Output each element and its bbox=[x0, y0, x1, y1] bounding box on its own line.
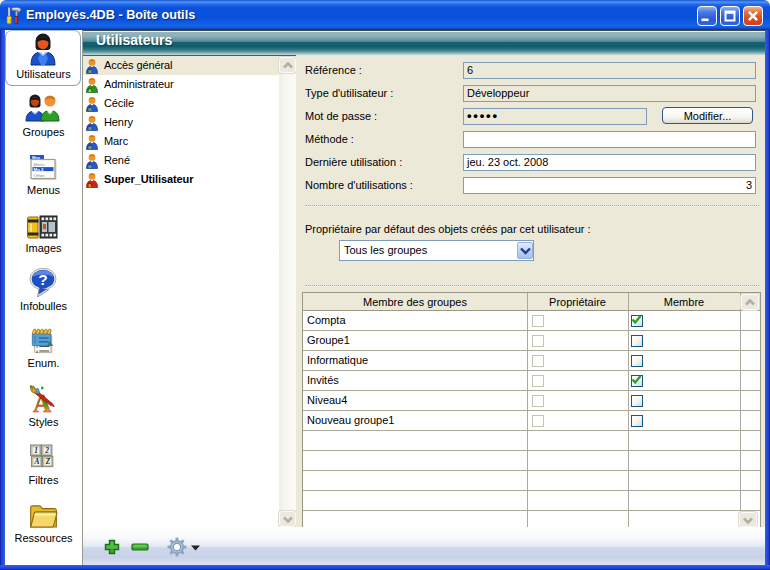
svg-text:2: 2 bbox=[34, 340, 36, 344]
svg-text:1: 1 bbox=[34, 446, 38, 455]
svg-text:M: M bbox=[88, 127, 91, 131]
svg-text:A: A bbox=[33, 457, 39, 466]
svg-text:M: M bbox=[88, 108, 91, 112]
svg-text:M: M bbox=[88, 165, 91, 169]
svg-text:A: A bbox=[88, 88, 91, 93]
svg-text:2: 2 bbox=[44, 446, 49, 455]
svg-text:M: M bbox=[88, 70, 91, 74]
svg-text:S: S bbox=[88, 183, 91, 188]
svg-text:Other: Other bbox=[34, 173, 46, 178]
svg-text:Z: Z bbox=[45, 457, 51, 466]
svg-text:M: M bbox=[88, 146, 91, 150]
svg-text:Mn 2: Mn 2 bbox=[34, 167, 45, 172]
svg-text:?: ? bbox=[38, 271, 47, 288]
